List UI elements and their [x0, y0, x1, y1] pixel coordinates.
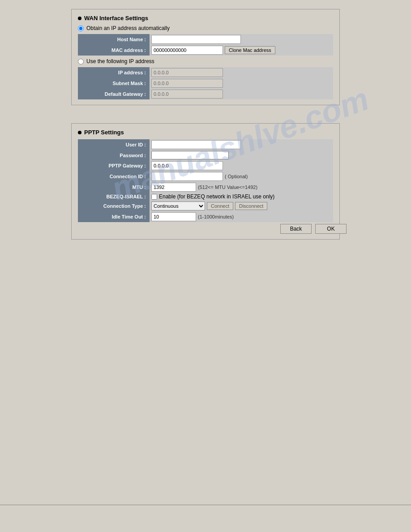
- bezeq-hint: Enable (for BEZEQ network in ISRAEL use …: [159, 193, 274, 200]
- user-id-cell: [150, 139, 333, 150]
- radio-manual-row: Use the following IP address: [78, 58, 333, 64]
- user-id-input[interactable]: [151, 140, 241, 149]
- default-gateway-row: Default Gateway :: [78, 89, 333, 99]
- bezeq-label: BEZEQ-ISRAEL :: [78, 193, 150, 201]
- clone-mac-button[interactable]: Clone Mac address: [225, 46, 275, 54]
- connection-type-cell: Continuous Connect on Demand Manual Conn…: [150, 201, 333, 211]
- default-gateway-input[interactable]: [151, 90, 223, 99]
- connection-id-label: Connection ID :: [78, 171, 150, 182]
- radio-manual-input[interactable]: [78, 59, 84, 64]
- connection-type-select[interactable]: Continuous Connect on Demand Manual: [151, 202, 205, 210]
- connection-id-cell: ( Optional): [150, 171, 333, 182]
- idle-timeout-hint: (1-1000minutes): [198, 214, 234, 219]
- password-cell: [150, 150, 333, 160]
- wan-bullet: [78, 17, 81, 20]
- pptp-section: PPTP Settings User ID : Password : PPTP …: [71, 123, 340, 240]
- idle-timeout-cell: (1-1000minutes): [150, 211, 333, 222]
- mac-address-row: MAC address : Clone Mac address: [78, 45, 333, 56]
- idle-timeout-row: Idle Time Out : (1-1000minutes): [78, 211, 333, 222]
- host-name-input[interactable]: [151, 35, 241, 44]
- connection-id-hint: ( Optional): [225, 174, 248, 179]
- ip-address-cell: [150, 67, 333, 78]
- ip-address-label: IP address :: [78, 67, 150, 78]
- user-id-label: User ID :: [78, 139, 150, 150]
- mtu-label: MTU :: [78, 182, 150, 193]
- bottom-buttons: Back OK: [78, 224, 347, 234]
- wan-title-text: WAN Interface Settings: [84, 15, 148, 21]
- radio-auto-label: Obtain an IP address automatically: [86, 25, 170, 31]
- bezeq-row: BEZEQ-ISRAEL : Enable (for BEZEQ network…: [78, 193, 333, 201]
- subnet-mask-cell: [150, 78, 333, 89]
- pptp-gateway-input[interactable]: [151, 161, 223, 170]
- default-gateway-label: Default Gateway :: [78, 89, 150, 99]
- connection-type-label: Connection Type :: [78, 201, 150, 211]
- connection-id-row: Connection ID : ( Optional): [78, 171, 333, 182]
- host-name-label: Host Name :: [78, 34, 150, 45]
- subnet-mask-row: Subnet Mask :: [78, 78, 333, 89]
- mtu-cell: (512<= MTU Value<=1492): [150, 182, 333, 193]
- pptp-section-title: PPTP Settings: [78, 129, 333, 136]
- mac-address-label: MAC address :: [78, 45, 150, 56]
- connection-id-input[interactable]: [151, 172, 223, 181]
- mtu-row: MTU : (512<= MTU Value<=1492): [78, 182, 333, 193]
- pptp-gateway-row: PPTP Gateway :: [78, 160, 333, 171]
- wan-auto-form: Host Name : MAC address : Clone Mac addr…: [78, 34, 333, 56]
- pptp-title-text: PPTP Settings: [84, 129, 124, 136]
- password-row: Password :: [78, 150, 333, 160]
- radio-manual-label: Use the following IP address: [86, 58, 154, 64]
- pptp-gateway-cell: [150, 160, 333, 171]
- host-name-cell: [150, 34, 333, 45]
- wan-section: WAN Interface Settings Obtain an IP addr…: [71, 9, 340, 105]
- ip-address-input[interactable]: [151, 68, 223, 77]
- password-label: Password :: [78, 150, 150, 160]
- pptp-form: User ID : Password : PPTP Gateway : Conn…: [78, 139, 333, 222]
- idle-timeout-input[interactable]: [151, 212, 196, 221]
- disconnect-button[interactable]: Disconnect: [235, 202, 267, 210]
- password-input[interactable]: [151, 151, 229, 159]
- connect-button[interactable]: Connect: [207, 202, 233, 210]
- subnet-mask-input[interactable]: [151, 79, 223, 88]
- bezeq-cell: Enable (for BEZEQ network in ISRAEL use …: [150, 193, 333, 201]
- user-id-row: User ID :: [78, 139, 333, 150]
- ok-button[interactable]: OK: [315, 224, 347, 234]
- radio-auto-row: Obtain an IP address automatically: [78, 25, 333, 31]
- bottom-divider: [0, 505, 411, 505]
- bezeq-checkbox[interactable]: [151, 194, 157, 200]
- idle-timeout-label: Idle Time Out :: [78, 211, 150, 222]
- mtu-hint: (512<= MTU Value<=1492): [198, 184, 257, 190]
- ip-address-row: IP address :: [78, 67, 333, 78]
- mac-address-input[interactable]: [151, 46, 223, 55]
- subnet-mask-label: Subnet Mask :: [78, 78, 150, 89]
- default-gateway-cell: [150, 89, 333, 99]
- mac-address-cell: Clone Mac address: [150, 45, 333, 56]
- mtu-input[interactable]: [151, 183, 196, 192]
- pptp-gateway-label: PPTP Gateway :: [78, 160, 150, 171]
- host-name-row: Host Name :: [78, 34, 333, 45]
- back-button[interactable]: Back: [280, 224, 312, 234]
- radio-auto-input[interactable]: [78, 26, 84, 31]
- connection-type-row: Connection Type : Continuous Connect on …: [78, 201, 333, 211]
- wan-manual-form: IP address : Subnet Mask : Default Gatew…: [78, 67, 333, 99]
- pptp-bullet: [78, 131, 81, 134]
- wan-section-title: WAN Interface Settings: [78, 15, 333, 21]
